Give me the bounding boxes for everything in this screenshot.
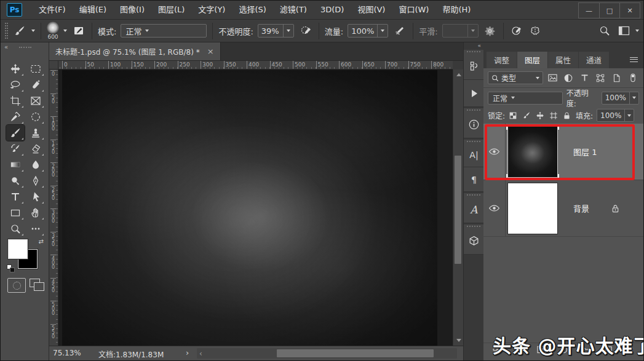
zoom-tool[interactable] (6, 221, 25, 237)
marquee-tool[interactable] (26, 61, 45, 77)
smoothing-value[interactable] (443, 25, 467, 37)
horizontal-scrollbar[interactable]: ‹ (197, 348, 457, 359)
opacity-dropdown-button[interactable] (283, 25, 293, 37)
panel-menu-icon[interactable] (630, 56, 638, 62)
lock-all-icon[interactable] (563, 111, 571, 120)
menu-item[interactable]: 选择(S) (232, 1, 272, 19)
chevron-down-icon[interactable] (635, 30, 639, 32)
collapse-toolbar-icon[interactable]: « (4, 44, 8, 50)
layer1-visibility-cell[interactable] (483, 124, 506, 180)
smoothing-dropdown-button[interactable] (467, 25, 478, 37)
smoothing-input[interactable] (442, 24, 479, 38)
eyedropper-tool[interactable] (6, 109, 25, 125)
paint-symmetry-icon[interactable] (528, 23, 543, 38)
chevron-down-icon[interactable] (31, 30, 35, 32)
layer-blend-mode-select[interactable]: 正常 (488, 92, 563, 105)
3d-panel-icon[interactable] (464, 228, 484, 255)
quick-selection-tool[interactable] (26, 77, 45, 93)
background-thumbnail[interactable] (507, 183, 558, 234)
tab-channels[interactable]: 通道 (579, 52, 609, 68)
ruler-corner[interactable] (49, 61, 58, 69)
document-tab[interactable]: 未标题-1.psd @ 75.1% (图层 1, RGB/8) * × (49, 42, 221, 60)
edit-toolbar-ellipsis-icon[interactable] (26, 221, 45, 237)
brush-preset-picker[interactable]: 600 (47, 22, 59, 40)
opacity-input[interactable]: 39% (258, 24, 294, 38)
blend-mode-select[interactable]: 正常 (121, 24, 207, 38)
tab-adjustments[interactable]: 调整 (487, 52, 517, 68)
crop-tool[interactable] (6, 93, 25, 109)
frame-tool[interactable] (26, 93, 45, 109)
pressure-size-icon[interactable] (509, 23, 524, 38)
flow-dropdown-button[interactable] (377, 25, 388, 37)
background-name[interactable]: 背景 (573, 202, 589, 214)
lock-transparency-icon[interactable] (509, 111, 517, 120)
minimize-button[interactable]: — (579, 3, 599, 18)
horizontal-scrollbar-thumb[interactable] (277, 349, 434, 357)
menu-item[interactable]: 3D(D) (314, 1, 351, 19)
background-visibility-cell[interactable] (483, 180, 506, 236)
layer-row-background[interactable]: 背景 (483, 180, 643, 237)
layer-fill-value[interactable]: 100% (597, 109, 624, 121)
horizontal-ruler[interactable]: 0501001502002503003504004505005506006507… (58, 61, 453, 69)
layer-row-layer1[interactable]: 图层 1 (483, 124, 643, 180)
lock-position-icon[interactable] (536, 111, 544, 120)
glyphs-panel-icon[interactable]: A (464, 196, 484, 223)
document-canvas-image[interactable] (62, 70, 437, 346)
layer-fill-dropdown[interactable] (624, 109, 634, 121)
quick-mask-button[interactable] (7, 278, 26, 293)
maximize-button[interactable]: □ (599, 3, 619, 18)
menu-item[interactable]: 图层(L) (151, 1, 191, 19)
canvas-pasteboard[interactable] (58, 69, 453, 346)
actions-panel-icon[interactable] (464, 80, 484, 107)
menu-item[interactable]: 视图(V) (351, 1, 392, 19)
workspace-switcher-icon[interactable] (616, 23, 631, 38)
search-icon[interactable] (597, 23, 612, 38)
collapse-dock-icon[interactable]: « (464, 42, 483, 50)
pen-tool[interactable] (26, 173, 45, 189)
close-button[interactable]: ✕ (619, 3, 640, 18)
tool-preset-button[interactable] (12, 23, 27, 38)
foreground-color-swatch[interactable] (8, 239, 28, 259)
clone-stamp-tool[interactable] (26, 125, 45, 141)
hand-tool[interactable] (26, 205, 45, 221)
default-colors-icon[interactable] (7, 264, 15, 272)
brush-tool[interactable] (6, 125, 25, 141)
status-options-arrow[interactable]: › (186, 348, 189, 357)
filter-toggle-pin-icon[interactable] (626, 71, 639, 85)
pressure-opacity-icon[interactable] (298, 23, 313, 38)
screen-mode-button[interactable] (30, 279, 46, 292)
healing-brush-tool[interactable] (26, 109, 45, 125)
tab-layers[interactable]: 图层 (517, 52, 547, 68)
filter-smart-objects-icon[interactable] (610, 71, 623, 85)
toolbar-grip[interactable] (19, 47, 31, 48)
close-tab-icon[interactable]: × (207, 47, 214, 55)
menu-item[interactable]: 窗口(W) (392, 1, 435, 19)
menu-item[interactable]: 滤镜(T) (273, 1, 314, 19)
layer-opacity-input[interactable]: 100% (602, 92, 639, 105)
vertical-scrollbar[interactable] (453, 69, 463, 346)
lasso-tool[interactable] (6, 77, 25, 93)
tab-properties[interactable]: 属性 (548, 52, 578, 68)
history-panel-icon[interactable] (464, 53, 484, 80)
layer1-thumbnail[interactable] (507, 126, 558, 178)
blur-tool[interactable] (26, 157, 45, 173)
toggle-brush-panel-button[interactable] (71, 23, 86, 38)
character-panel-icon[interactable]: A| (464, 143, 484, 167)
zoom-level-field[interactable]: 75.13% (53, 349, 81, 357)
lock-pixels-icon[interactable] (522, 111, 531, 120)
scroll-left-arrow-icon[interactable]: ‹ (199, 351, 202, 356)
filter-pixel-layers-icon[interactable] (546, 71, 559, 85)
flow-value[interactable]: 100% (348, 25, 377, 37)
menu-item[interactable]: 编辑(E) (73, 1, 113, 19)
info-panel-icon[interactable] (464, 111, 484, 138)
scroll-up-arrow-icon[interactable] (456, 73, 461, 76)
opacity-value[interactable]: 39% (258, 25, 283, 37)
filter-type-layers-icon[interactable] (578, 71, 591, 85)
layer-fill-input[interactable]: 100% (597, 109, 634, 122)
swap-colors-icon[interactable]: ⇄ (39, 238, 44, 245)
vertical-scrollbar-thumb[interactable] (455, 156, 461, 264)
type-tool[interactable] (6, 189, 25, 205)
flow-input[interactable]: 100% (348, 24, 388, 38)
filter-shape-layers-icon[interactable] (594, 71, 607, 85)
layer-opacity-dropdown[interactable] (629, 92, 638, 104)
